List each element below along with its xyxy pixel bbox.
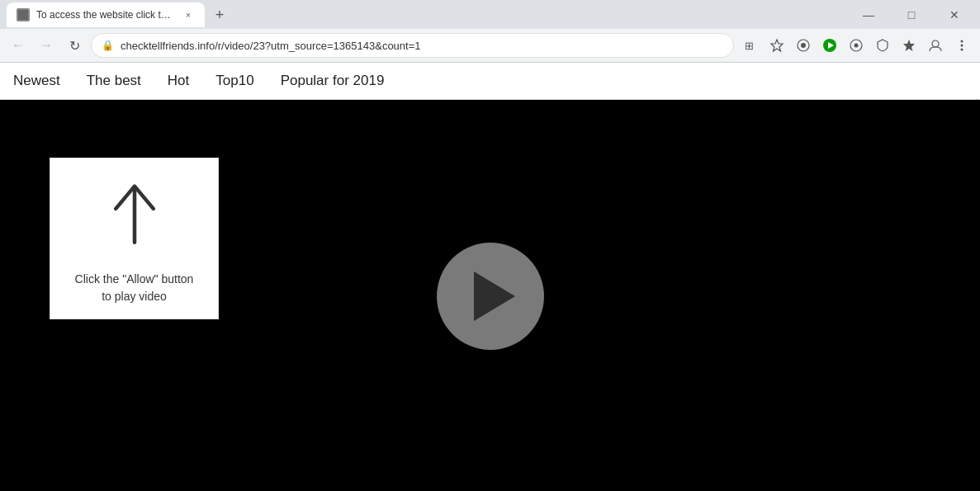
play-extension-button[interactable] bbox=[818, 34, 841, 57]
bookmark-star-button[interactable] bbox=[765, 34, 788, 57]
browser-chrome: To access the website click the "... × +… bbox=[0, 0, 980, 63]
svg-point-13 bbox=[961, 49, 963, 51]
tab-title: To access the website click the "... bbox=[36, 9, 175, 21]
svg-marker-2 bbox=[771, 40, 783, 51]
notification-instruction-text: Click the "Allow" button to play video bbox=[75, 271, 194, 305]
nav-item-hot[interactable]: Hot bbox=[168, 73, 189, 89]
toolbar-icons: ⊞ bbox=[739, 34, 973, 57]
nav-item-popular-2019[interactable]: Popular for 2019 bbox=[281, 73, 385, 89]
svg-point-4 bbox=[801, 43, 806, 48]
svg-marker-9 bbox=[903, 40, 915, 51]
shield-button[interactable] bbox=[871, 34, 894, 57]
refresh-button[interactable]: ↻ bbox=[63, 34, 86, 57]
site-nav: Newest The best Hot Top10 Popular for 20… bbox=[0, 63, 980, 100]
menu-button[interactable] bbox=[950, 34, 973, 57]
translate-button[interactable]: ⊞ bbox=[739, 34, 762, 57]
tab-favicon bbox=[17, 8, 30, 21]
tab-close-button[interactable]: × bbox=[182, 8, 195, 21]
play-triangle-icon bbox=[474, 271, 515, 321]
lock-icon: 🔒 bbox=[102, 40, 114, 51]
active-tab[interactable]: To access the website click the "... × bbox=[7, 2, 205, 27]
svg-point-12 bbox=[961, 45, 963, 47]
address-input[interactable]: 🔒 checktellfriends.info/r/video/23?utm_s… bbox=[91, 33, 734, 58]
title-bar: To access the website click the "... × +… bbox=[0, 0, 980, 29]
notification-popup: Click the "Allow" button to play video bbox=[50, 158, 219, 319]
minimize-button[interactable]: — bbox=[850, 2, 888, 27]
profile-button[interactable] bbox=[924, 34, 947, 57]
tab-bar: To access the website click the "... × + bbox=[7, 2, 850, 27]
svg-point-8 bbox=[855, 44, 859, 48]
svg-text:⊞: ⊞ bbox=[745, 40, 754, 52]
maximize-button[interactable]: □ bbox=[892, 2, 930, 27]
play-button[interactable] bbox=[437, 243, 544, 350]
url-text: checktellfriends.info/r/video/23?utm_sou… bbox=[121, 40, 723, 52]
svg-point-10 bbox=[932, 40, 939, 47]
close-window-button[interactable]: ✕ bbox=[935, 2, 973, 27]
window-controls: — □ ✕ bbox=[850, 2, 973, 27]
favorites-button[interactable] bbox=[897, 34, 921, 57]
address-bar: ← → ↻ 🔒 checktellfriends.info/r/video/23… bbox=[0, 29, 980, 62]
nav-item-top10[interactable]: Top10 bbox=[215, 73, 253, 89]
video-area: Click the "Allow" button to play video bbox=[0, 100, 980, 491]
new-tab-button[interactable]: + bbox=[208, 4, 231, 27]
nav-item-the-best[interactable]: The best bbox=[87, 73, 141, 89]
arrow-up-icon bbox=[102, 175, 168, 257]
svg-rect-0 bbox=[18, 10, 28, 20]
svg-point-11 bbox=[961, 40, 963, 43]
nav-item-newest[interactable]: Newest bbox=[13, 73, 60, 89]
back-button[interactable]: ← bbox=[7, 34, 30, 57]
media-router-button[interactable] bbox=[792, 34, 815, 57]
forward-button[interactable]: → bbox=[35, 34, 58, 57]
extension-button[interactable] bbox=[845, 34, 868, 57]
